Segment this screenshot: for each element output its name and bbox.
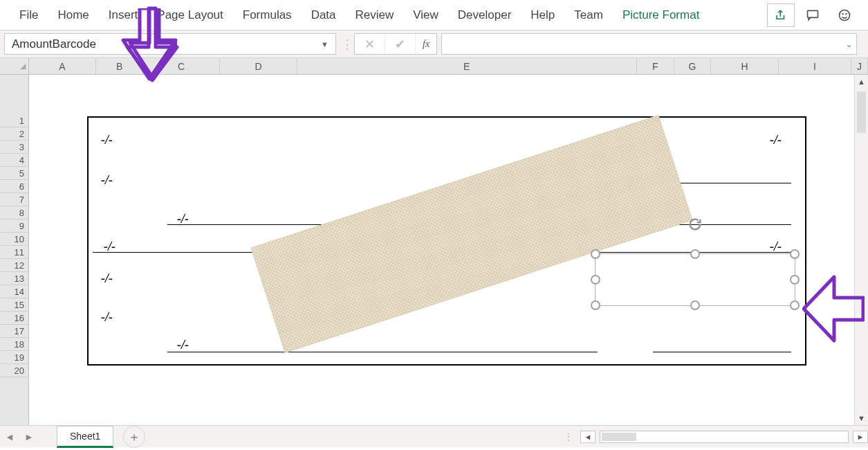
scroll-thumb[interactable] xyxy=(857,91,866,133)
resize-handle[interactable] xyxy=(790,275,800,285)
row-10[interactable]: 10 xyxy=(0,233,28,246)
svg-point-1 xyxy=(840,10,850,20)
placeholder-text: -/- xyxy=(101,173,113,188)
tab-insert[interactable]: Insert xyxy=(99,3,148,28)
ribbon-tabs: File Home Insert Page Layout Formulas Da… xyxy=(0,0,868,30)
row-18[interactable]: 18 xyxy=(0,338,28,351)
svg-rect-0 xyxy=(808,10,818,17)
scroll-up-icon[interactable]: ▲ xyxy=(855,75,868,89)
vertical-scrollbar[interactable]: ▲ ▼ xyxy=(854,75,868,425)
col-E[interactable]: E xyxy=(297,58,637,74)
row-11[interactable]: 11 xyxy=(0,246,28,259)
row-14[interactable]: 14 xyxy=(0,285,28,298)
tab-review[interactable]: Review xyxy=(346,3,404,28)
col-A[interactable]: A xyxy=(29,58,96,74)
rotate-handle-icon[interactable] xyxy=(687,217,703,232)
comments-icon[interactable] xyxy=(799,3,827,27)
svg-point-2 xyxy=(842,13,843,14)
col-C[interactable]: C xyxy=(143,58,220,74)
sheet-tab[interactable]: Sheet1 xyxy=(57,426,113,448)
placeholder-text: -/- xyxy=(101,133,113,147)
row-7[interactable]: 7 xyxy=(0,193,28,206)
row-16[interactable]: 16 xyxy=(0,312,28,325)
row-8[interactable]: 8 xyxy=(0,206,28,219)
tab-team[interactable]: Team xyxy=(564,3,613,28)
resize-handle[interactable] xyxy=(790,249,800,259)
resize-handle[interactable] xyxy=(790,300,800,310)
sheet-tab-bar: ◄ ► Sheet1 ＋ ⋮ ◄ ► xyxy=(0,425,868,447)
row-6[interactable]: 6 xyxy=(0,180,28,193)
field-underline xyxy=(167,352,598,352)
tab-file[interactable]: File xyxy=(10,3,48,28)
column-headers: ◢ A B C D E F G H I J xyxy=(0,58,868,75)
row-13[interactable]: 13 xyxy=(0,272,28,285)
field-underline xyxy=(653,352,791,352)
formula-expand-icon[interactable]: ⌄ xyxy=(846,39,852,48)
col-F[interactable]: F xyxy=(637,58,674,74)
select-all-corner[interactable]: ◢ xyxy=(0,58,29,74)
col-I[interactable]: I xyxy=(779,58,851,74)
hscroll-left-icon[interactable]: ◄ xyxy=(580,431,595,443)
row-17[interactable]: 17 xyxy=(0,325,28,338)
horizontal-scrollbar[interactable] xyxy=(600,431,849,443)
row-5[interactable]: 5 xyxy=(0,167,28,180)
tab-page-layout[interactable]: Page Layout xyxy=(147,3,232,28)
col-J[interactable]: J xyxy=(851,58,868,74)
tab-developer[interactable]: Developer xyxy=(448,3,521,28)
fx-controls: ✕ ✔ fx xyxy=(354,33,437,55)
col-D[interactable]: D xyxy=(220,58,297,74)
svg-point-3 xyxy=(846,13,847,14)
resize-handle[interactable] xyxy=(591,300,600,310)
placeholder-text: -/- xyxy=(177,338,189,352)
row-4[interactable]: 4 xyxy=(0,154,28,167)
tab-data[interactable]: Data xyxy=(302,3,346,28)
placeholder-text: -/- xyxy=(770,133,782,147)
worksheet-canvas[interactable]: -/- -/- -/- -/- -/- -/- -/- -/- -/- -/- … xyxy=(29,75,868,425)
tab-view[interactable]: View xyxy=(403,3,448,28)
formula-bar-row: AmountBarcode ▼ ⋮ ✕ ✔ fx ⌄ xyxy=(0,30,868,58)
scroll-track[interactable] xyxy=(855,89,868,411)
fx-separator: ⋮ xyxy=(340,30,354,57)
row-headers: 1 2 3 4 5 6 7 8 9 10 11 12 13 14 15 16 1… xyxy=(0,75,29,425)
col-G[interactable]: G xyxy=(674,58,712,74)
row-12[interactable]: 12 xyxy=(0,259,28,272)
grid-area: 1 2 3 4 5 6 7 8 9 10 11 12 13 14 15 16 1… xyxy=(0,75,868,425)
tab-help[interactable]: Help xyxy=(521,3,564,28)
sheet-nav-prev-icon[interactable]: ◄ xyxy=(0,431,19,442)
row-20[interactable]: 20 xyxy=(0,364,28,377)
col-H[interactable]: H xyxy=(711,58,778,74)
resize-handle[interactable] xyxy=(690,300,700,310)
tab-formulas[interactable]: Formulas xyxy=(233,3,302,28)
resize-handle[interactable] xyxy=(591,249,600,259)
sheet-nav-next-icon[interactable]: ► xyxy=(19,431,39,442)
cancel-edit-icon[interactable]: ✕ xyxy=(355,34,385,54)
scroll-down-icon[interactable]: ▼ xyxy=(855,411,868,425)
hscroll-thumb[interactable] xyxy=(602,433,636,441)
row-2[interactable]: 2 xyxy=(0,127,28,141)
tab-picture-format[interactable]: Picture Format xyxy=(613,3,709,28)
resize-handle[interactable] xyxy=(591,275,600,285)
tab-home[interactable]: Home xyxy=(48,3,98,28)
row-3[interactable]: 3 xyxy=(0,141,28,154)
fx-label[interactable]: fx xyxy=(416,39,436,50)
placeholder-text: -/- xyxy=(101,310,113,325)
feedback-smile-icon[interactable] xyxy=(831,3,858,27)
share-icon[interactable] xyxy=(767,3,795,27)
col-B[interactable]: B xyxy=(96,58,143,74)
row-1[interactable]: 1 xyxy=(0,114,28,127)
row-19[interactable]: 19 xyxy=(0,351,28,364)
row-15[interactable]: 15 xyxy=(0,298,28,312)
formula-input[interactable]: ⌄ xyxy=(441,33,857,55)
accept-edit-icon[interactable]: ✔ xyxy=(385,34,416,54)
name-box-dropdown-icon[interactable]: ▼ xyxy=(321,40,329,48)
placeholder-text: -/- xyxy=(101,271,113,286)
name-box-value: AmountBarcode xyxy=(12,37,96,51)
row-9[interactable]: 9 xyxy=(0,219,28,233)
selected-picture[interactable] xyxy=(595,253,795,306)
name-box[interactable]: AmountBarcode ▼ xyxy=(4,33,336,55)
add-sheet-icon[interactable]: ＋ xyxy=(123,426,145,448)
hscroll-right-icon[interactable]: ► xyxy=(853,431,868,443)
resize-handle[interactable] xyxy=(690,249,700,259)
